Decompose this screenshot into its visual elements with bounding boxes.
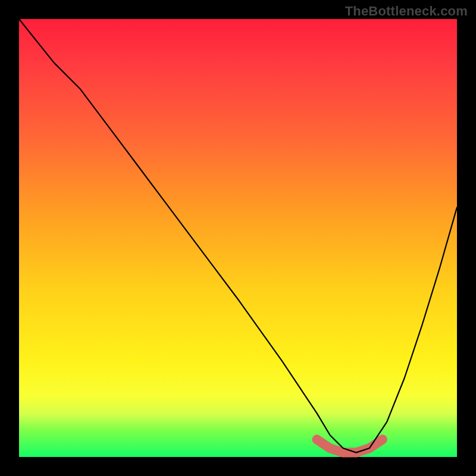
bottleneck-curve-line: [19, 19, 457, 453]
curve-svg: [19, 19, 457, 457]
plot-area: [19, 19, 457, 457]
watermark-text: TheBottleneck.com: [345, 4, 468, 19]
chart-container: TheBottleneck.com: [0, 0, 476, 476]
